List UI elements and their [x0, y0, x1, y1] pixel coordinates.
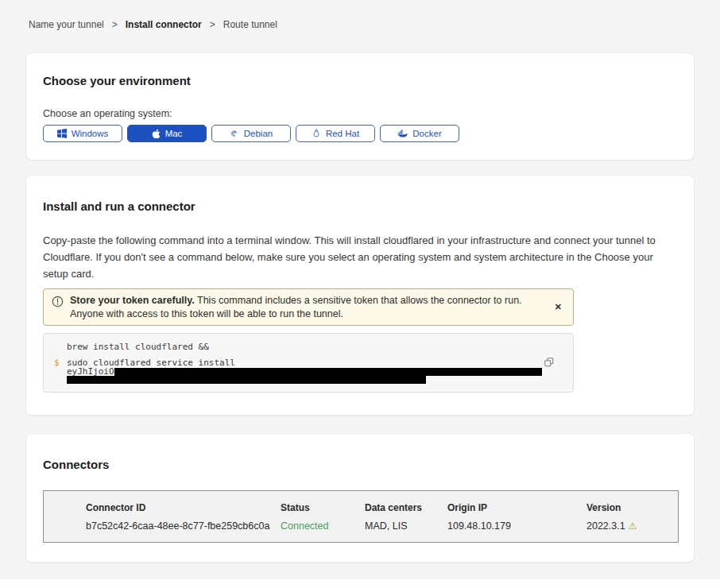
breadcrumb-separator: >: [112, 19, 118, 30]
token-warning-alert: Store your token carefully. This command…: [43, 288, 574, 326]
connectors-card: Connectors Connector ID Status Data cent…: [25, 433, 695, 563]
breadcrumb-step-install-connector[interactable]: Install connector: [126, 19, 202, 30]
version-value: 2022.3.1 ⚠: [586, 520, 678, 532]
install-command-codeblock: brew install cloudflared && $ sudo cloud…: [43, 333, 574, 393]
header-data-centers: Data centers: [365, 502, 447, 513]
code-line-brew: brew install cloudflared &&: [54, 342, 562, 352]
connectors-table-header: Connector ID Status Data centers Origin …: [86, 502, 678, 513]
install-description: Copy-paste the following command into a …: [43, 232, 677, 282]
os-button-label: Debian: [244, 129, 273, 138]
os-button-label: Mac: [165, 129, 183, 138]
breadcrumb: Name your tunnel > Install connector > R…: [0, 0, 720, 30]
os-button-debian[interactable]: Debian: [211, 125, 291, 142]
alert-text: Store your token carefully. This command…: [70, 293, 545, 321]
copy-icon[interactable]: [543, 356, 555, 371]
os-button-docker[interactable]: Docker: [380, 125, 459, 142]
windows-icon: [57, 129, 67, 138]
token-line: eyJhIjoiO: [54, 368, 562, 376]
header-version: Version: [586, 502, 678, 513]
connectors-table: Connector ID Status Data centers Origin …: [43, 490, 679, 543]
breadcrumb-step-name-tunnel[interactable]: Name your tunnel: [29, 19, 104, 30]
status-badge: Connected: [281, 520, 365, 532]
version-warning-icon: ⚠: [629, 520, 637, 532]
redhat-penguin-icon: [312, 129, 321, 138]
table-row: b7c52c42-6caa-48ee-8c77-fbe259cb6c0a Con…: [86, 520, 678, 532]
os-button-row: Windows Mac Debian Red Hat Docker: [43, 125, 677, 142]
os-button-mac[interactable]: Mac: [127, 125, 207, 142]
code-line-sudo: $ sudo cloudflared service install: [54, 358, 562, 368]
version-number: 2022.3.1: [586, 520, 625, 532]
bottom-strip: [0, 579, 720, 588]
origin-ip-value: 109.48.10.179: [447, 520, 586, 532]
apple-icon: [152, 129, 161, 139]
header-connector-id: Connector ID: [86, 502, 281, 513]
breadcrumb-step-route-tunnel[interactable]: Route tunnel: [223, 19, 277, 30]
token-prefix: eyJhIjoiO: [67, 368, 114, 376]
os-button-label: Windows: [72, 129, 109, 138]
choose-environment-card: Choose your environment Choose an operat…: [25, 52, 695, 161]
shell-prompt: $: [54, 358, 67, 368]
breadcrumb-separator: >: [210, 19, 215, 30]
operating-system-label: Choose an operating system:: [43, 108, 677, 119]
redacted-token-bar: [114, 368, 542, 376]
redacted-token-bar: [67, 376, 426, 384]
info-circle-icon: [52, 296, 64, 311]
header-origin-ip: Origin IP: [447, 502, 586, 513]
os-button-redhat[interactable]: Red Hat: [296, 125, 375, 142]
environment-card-title: Choose your environment: [43, 74, 677, 87]
os-button-windows[interactable]: Windows: [43, 125, 122, 142]
os-button-label: Red Hat: [326, 129, 359, 138]
close-icon[interactable]: ✕: [552, 300, 565, 314]
alert-title: Store your token carefully.: [70, 295, 195, 306]
docker-whale-icon: [397, 130, 408, 138]
install-connector-card: Install and run a connector Copy-paste t…: [25, 175, 695, 416]
connectors-card-title: Connectors: [43, 458, 677, 471]
os-button-label: Docker: [412, 129, 441, 138]
data-centers-value: MAD, LIS: [365, 520, 447, 532]
header-status: Status: [281, 502, 365, 513]
connector-id-value: b7c52c42-6caa-48ee-8c77-fbe259cb6c0a: [86, 520, 281, 532]
install-card-title: Install and run a connector: [43, 199, 677, 213]
debian-icon: [230, 129, 239, 138]
token-line: [54, 376, 562, 384]
